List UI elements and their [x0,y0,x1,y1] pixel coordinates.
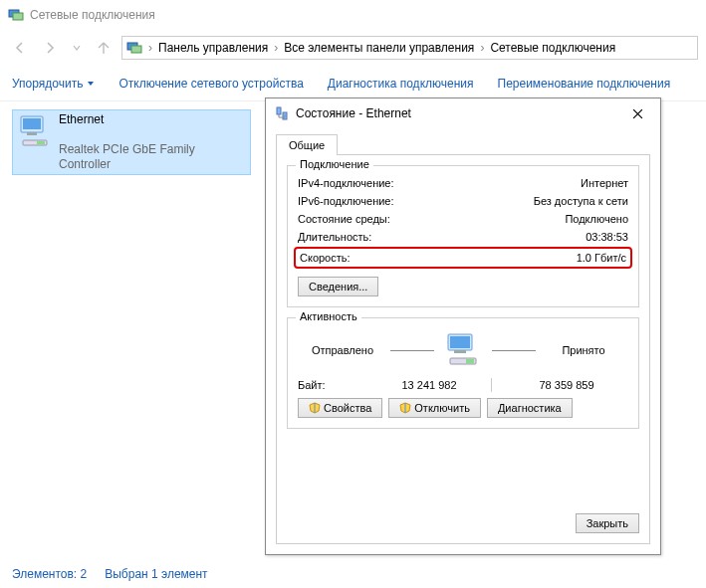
ipv6-row: IPv6-подключение: Без доступа к сети [298,192,628,210]
breadcrumb-sep: › [478,41,486,55]
dialog-title: Состояние - Ethernet [296,106,411,120]
breadcrumb-item[interactable]: Сетевые подключения [490,41,615,55]
adapter-name: Ethernet [59,112,246,127]
back-button[interactable] [8,36,32,60]
svg-rect-3 [131,46,141,53]
svg-rect-12 [450,336,470,348]
adapter-item-ethernet[interactable]: Ethernet Realtek PCIe GbE Family Control… [12,109,251,175]
activity-buttons: Свойства Отключить Диагностика [298,398,628,418]
media-value: Подключено [565,210,628,228]
organize-label: Упорядочить [12,77,83,91]
breadcrumb-sep: › [146,41,154,55]
rename-button[interactable]: Переименование подключения [498,77,671,91]
network-folder-icon [126,40,142,56]
details-button[interactable]: Сведения... [298,277,378,296]
up-button[interactable] [92,36,116,60]
adapter-text: Ethernet Realtek PCIe GbE Family Control… [59,112,246,172]
shield-icon [309,402,321,414]
bytes-row: Байт: 13 241 982 78 359 859 [298,378,628,392]
speed-row-highlighted: Скорость: 1.0 Гбит/с [294,247,632,269]
disable-button[interactable]: Отключить [388,398,481,418]
status-dialog: Состояние - Ethernet Общие Подключение I… [265,98,661,555]
ethernet-adapter-icon [17,112,53,148]
activity-computer-icon [442,332,484,368]
ipv6-label: IPv6-подключение: [298,192,394,210]
selection-count: Выбран 1 элемент [105,567,207,581]
dialog-footer: Закрыть [287,503,639,533]
window-titlebar: Сетевые подключения [0,0,706,30]
ipv4-row: IPv4-подключение: Интернет [298,174,628,192]
speed-value: 1.0 Гбит/с [577,249,626,267]
received-label: Принято [544,344,623,356]
speed-label: Скорость: [300,249,351,267]
activity-group: Активность Отправлено Принято Байт: 13 2… [287,317,639,429]
bytes-sent-value: 13 241 982 [367,379,491,391]
svg-rect-15 [466,359,474,363]
item-count: Элементов: 2 [12,567,87,581]
organize-menu[interactable]: Упорядочить [12,77,95,91]
duration-value: 03:38:53 [586,228,628,246]
svg-rect-8 [37,141,45,144]
tab-strip: Общие [276,134,650,155]
dialog-titlebar[interactable]: Состояние - Ethernet [266,98,660,128]
dialog-body: Общие Подключение IPv4-подключение: Инте… [266,128,660,554]
svg-rect-1 [13,13,23,20]
adapter-description: Realtek PCIe GbE Family Controller [59,142,246,172]
ipv6-value: Без доступа к сети [534,192,628,210]
bytes-label: Байт: [298,379,367,391]
adapter-network [59,127,246,142]
connection-group-title: Подключение [296,158,373,170]
activity-visual: Отправлено Принято [298,332,628,368]
close-dialog-button[interactable]: Закрыть [576,513,639,533]
recent-dropdown[interactable] [68,36,86,60]
properties-button[interactable]: Свойства [298,398,382,418]
navigation-bar: › Панель управления › Все элементы панел… [0,30,706,66]
disable-device-button[interactable]: Отключение сетевого устройства [118,77,303,91]
connection-icon [274,105,290,121]
svg-rect-5 [23,118,41,129]
chevron-down-icon [87,80,95,88]
ipv4-label: IPv4-подключение: [298,174,394,192]
dash-right [492,350,536,351]
ipv4-value: Интернет [581,174,628,192]
window-title: Сетевые подключения [30,8,155,22]
duration-row: Длительность: 03:38:53 [298,228,628,246]
svg-rect-9 [277,107,281,114]
close-icon [632,108,643,119]
close-button[interactable] [622,103,652,123]
bytes-divider [491,378,505,392]
command-bar: Упорядочить Отключение сетевого устройст… [0,66,706,101]
network-connections-icon [8,7,24,23]
forward-button[interactable] [38,36,62,60]
bytes-recv-value: 78 359 859 [505,379,628,391]
status-bar: Элементов: 2 Выбран 1 элемент [0,560,706,588]
shield-icon [399,402,411,414]
tab-general[interactable]: Общие [276,134,338,155]
diagnose-button[interactable]: Диагностика подключения [328,77,474,91]
activity-group-title: Активность [296,310,361,322]
connection-group: Подключение IPv4-подключение: Интернет I… [287,165,639,307]
media-label: Состояние среды: [298,210,390,228]
dash-left [390,350,434,351]
breadcrumb-sep: › [272,41,280,55]
properties-label: Свойства [324,402,371,414]
tab-panel-general: Подключение IPv4-подключение: Интернет I… [276,155,650,544]
duration-label: Длительность: [298,228,371,246]
sent-label: Отправлено [303,344,382,356]
breadcrumb-item[interactable]: Все элементы панели управления [284,41,474,55]
breadcrumb[interactable]: › Панель управления › Все элементы панел… [121,36,698,60]
media-row: Состояние среды: Подключено [298,210,628,228]
breadcrumb-item[interactable]: Панель управления [158,41,268,55]
diagnose-button[interactable]: Диагностика [487,398,573,418]
svg-rect-6 [27,132,37,135]
svg-rect-13 [454,350,466,353]
disable-label: Отключить [414,402,470,414]
